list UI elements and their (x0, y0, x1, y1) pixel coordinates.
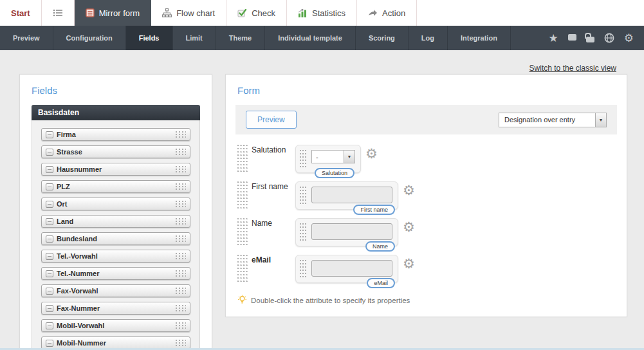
drag-handle-icon[interactable] (176, 305, 186, 312)
action-arrow-icon (368, 9, 378, 17)
globe-icon[interactable] (604, 33, 614, 43)
tab-action-label: Action (382, 8, 405, 18)
drag-handle-icon[interactable] (176, 183, 186, 190)
attribute-input[interactable] (311, 223, 392, 240)
nav-item[interactable]: Integration (448, 26, 511, 50)
drag-handle-icon[interactable] (176, 288, 186, 295)
field-list-item[interactable]: Mobil-Nummer (41, 336, 190, 349)
unlock-icon[interactable] (586, 33, 594, 42)
nav-item-label: Integration (461, 34, 497, 42)
row-drag-handle[interactable] (237, 181, 248, 210)
text-field-type-icon (46, 253, 53, 260)
comment-icon[interactable] (568, 35, 576, 41)
form-attribute-row: Name Name ⚙ (237, 218, 627, 246)
designation-select-value: Designation over entry (499, 113, 595, 127)
drag-handle-icon[interactable] (176, 166, 186, 173)
card-drag-handle[interactable] (300, 260, 308, 279)
nav-item[interactable]: Theme (216, 26, 265, 50)
favorite-star-icon[interactable]: ★ (549, 33, 558, 44)
field-list-item[interactable]: Mobil-Vorwahl (41, 319, 190, 332)
designation-select[interactable]: Designation over entry ▼ (499, 113, 607, 127)
field-group-body: Firma Strasse Hausnummer PLZ Ort Land Bu… (32, 120, 200, 350)
drag-handle-icon[interactable] (176, 322, 186, 329)
field-item-label: Fax-Nummer (57, 304, 100, 312)
drag-handle-icon[interactable] (176, 149, 186, 156)
nav-item-label: Individual template (278, 34, 342, 42)
attribute-card[interactable]: First name (295, 181, 398, 210)
tab-mirror-form[interactable]: Mirror form (75, 0, 152, 26)
tab-action[interactable]: Action (357, 0, 417, 26)
field-list-item[interactable]: Fax-Nummer (41, 302, 190, 315)
field-list-item[interactable]: Hausnummer (41, 163, 190, 176)
field-list-item[interactable]: Firma (41, 128, 190, 141)
drag-handle-icon[interactable] (176, 253, 186, 260)
text-field-type-icon (46, 131, 53, 138)
attribute-input[interactable] (311, 187, 392, 203)
field-list-item[interactable]: Tel.-Vorwahl (41, 250, 190, 262)
attribute-select[interactable]: - ▼ (311, 150, 355, 163)
card-drag-handle[interactable] (300, 223, 308, 243)
tab-check[interactable]: Check (226, 0, 287, 26)
tab-start[interactable]: Start (0, 0, 42, 26)
tab-list-view[interactable] (42, 0, 75, 26)
attribute-card[interactable]: - ▼ Salutation (295, 145, 361, 173)
field-list-item[interactable]: Tel.-Nummer (41, 267, 190, 280)
row-label: Name (252, 218, 272, 246)
nav-item[interactable]: Log (409, 26, 448, 50)
row-label: Salutation (252, 145, 286, 173)
attribute-gear-icon[interactable]: ⚙ (365, 147, 378, 160)
attribute-badge: First name (353, 205, 395, 215)
select-field-type-icon (46, 235, 53, 243)
field-list-item[interactable]: Land (41, 215, 190, 228)
field-item-label: Bundesland (57, 235, 97, 243)
nav-item[interactable]: Configuration (53, 26, 126, 50)
nav-item[interactable]: Individual template (265, 26, 356, 50)
field-item-label: Tel.-Vorwahl (57, 252, 98, 260)
drag-handle-icon[interactable] (176, 340, 186, 347)
tab-flow-chart[interactable]: Flow chart (151, 0, 226, 26)
list-view-icon (53, 8, 63, 17)
row-label: eMail (252, 255, 271, 283)
nav-item[interactable]: Preview (0, 26, 53, 50)
attribute-gear-icon[interactable]: ⚙ (403, 257, 415, 270)
nav-item-label: Limit (186, 34, 203, 42)
field-list-item[interactable]: Strasse (41, 145, 190, 158)
top-tab-bar: Start Mirror form (0, 0, 644, 26)
drag-handle-icon[interactable] (176, 218, 186, 225)
tab-statistics-label: Statistics (312, 8, 345, 18)
field-list-item[interactable]: Bundesland (41, 232, 190, 245)
row-drag-handle[interactable] (237, 218, 248, 246)
nav-item[interactable]: Scoring (356, 26, 409, 50)
card-drag-handle[interactable] (300, 150, 308, 169)
card-drag-handle[interactable] (300, 187, 308, 206)
drag-handle-icon[interactable] (176, 235, 186, 243)
field-item-label: PLZ (57, 183, 70, 190)
nav-item-label: Log (421, 34, 434, 42)
nav-item[interactable]: Fields (126, 26, 173, 50)
switch-classic-view-link[interactable]: Switch to the classic view (529, 64, 616, 73)
chevron-down-icon: ▼ (595, 113, 606, 127)
field-list-item[interactable]: Ort (41, 198, 190, 210)
nav-item[interactable]: Limit (173, 26, 216, 50)
tab-statistics[interactable]: Statistics (287, 0, 357, 26)
drag-handle-icon[interactable] (176, 270, 186, 277)
row-drag-handle[interactable] (237, 255, 248, 283)
attribute-card[interactable]: eMail (295, 255, 398, 283)
preview-button[interactable]: Preview (246, 111, 297, 129)
field-item-label: Mobil-Nummer (57, 339, 106, 347)
nav-item-label: Theme (229, 34, 252, 42)
attribute-card[interactable]: Name (295, 218, 398, 246)
tab-check-label: Check (252, 8, 275, 18)
row-drag-handle[interactable] (237, 145, 248, 173)
field-item-label: Tel.-Nummer (57, 270, 99, 277)
attribute-gear-icon[interactable]: ⚙ (403, 183, 415, 197)
check-icon (237, 8, 247, 17)
attribute-input[interactable] (311, 260, 392, 277)
field-list-item[interactable]: PLZ (41, 180, 190, 193)
drag-handle-icon[interactable] (176, 131, 186, 138)
field-list-item[interactable]: Fax-Vorwahl (41, 284, 190, 297)
attribute-gear-icon[interactable]: ⚙ (403, 220, 415, 234)
field-group-header: Basisdaten (32, 105, 200, 120)
settings-gear-icon[interactable]: ⚙ (624, 33, 634, 44)
drag-handle-icon[interactable] (176, 201, 186, 208)
